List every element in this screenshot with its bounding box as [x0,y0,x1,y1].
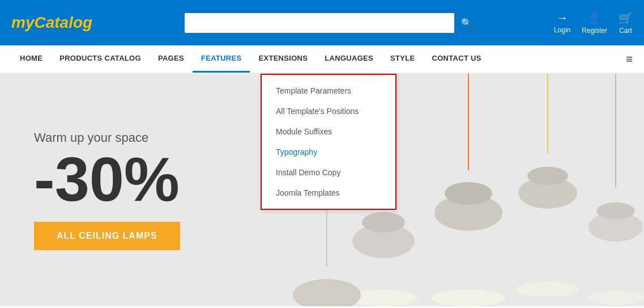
nav-item-contact-us[interactable]: CONTACT US [423,45,489,73]
nav-item-extensions[interactable]: EXTENSIONS [250,45,316,73]
hero-cta-button[interactable]: ALL CEILING LAMPS [34,222,180,250]
dropdown-menu: Template Parameters All Template's Posit… [261,74,396,210]
svg-point-6 [445,182,492,205]
nav-item-pages[interactable]: PAGES [150,45,193,73]
login-label: Login [554,26,570,34]
nav-item-style[interactable]: STYLE [382,45,423,73]
navbar: HOME PRODUCTS CATALOG PAGES FEATURES EXT… [0,45,644,74]
nav-items: HOME PRODUCTS CATALOG PAGES FEATURES EXT… [11,45,490,73]
dropdown-item-template-parameters[interactable]: Template Parameters [262,81,395,101]
svg-point-7 [432,289,505,306]
nav-item-languages[interactable]: LANGUAGES [316,45,382,73]
search-bar: 🔍 [185,13,479,33]
dropdown-item-install-demo-copy[interactable]: Install Demo Copy [262,162,395,183]
hero-subtitle: Warm up your space [34,130,180,145]
register-label: Register [582,27,607,35]
login-action[interactable]: → Login [554,11,570,34]
cart-action[interactable]: 🛒 Cart [619,11,633,35]
svg-point-14 [596,202,635,220]
cart-label: Cart [619,27,632,35]
search-button[interactable]: 🔍 [454,13,479,33]
svg-point-2 [362,212,405,233]
login-icon: → [557,11,568,24]
hero-discount: -30% [34,148,180,210]
hamburger-menu[interactable]: ≡ [626,53,633,66]
dropdown-item-typography[interactable]: Typography [262,142,395,162]
register-action[interactable]: 👤 Register [582,11,607,35]
svg-point-11 [517,282,579,297]
register-icon: 👤 [587,11,602,25]
header-actions: → Login 👤 Register 🛒 Cart [554,11,633,35]
cart-icon: 🛒 [619,11,633,25]
logo[interactable]: myCatalog [11,14,92,32]
dropdown-item-joomla-templates[interactable]: Joomla Templates [262,183,395,203]
nav-item-features[interactable]: FEATURES [193,45,250,73]
search-icon: 🔍 [461,18,472,28]
nav-item-home[interactable]: HOME [11,45,51,73]
search-input[interactable] [185,14,454,32]
features-dropdown: Template Parameters All Template's Posit… [261,74,396,210]
hero-content: Warm up your space -30% ALL CEILING LAMP… [0,108,214,273]
header: myCatalog 🔍 → Login 👤 Register 🛒 Cart [0,0,644,45]
svg-point-10 [527,167,568,185]
svg-point-15 [587,291,644,305]
svg-point-17 [293,279,361,306]
nav-item-products-catalog[interactable]: PRODUCTS CATALOG [51,45,150,73]
dropdown-item-module-suffixes[interactable]: Module Suffixes [262,121,395,142]
dropdown-item-all-template-positions[interactable]: All Template's Positions [262,101,395,121]
